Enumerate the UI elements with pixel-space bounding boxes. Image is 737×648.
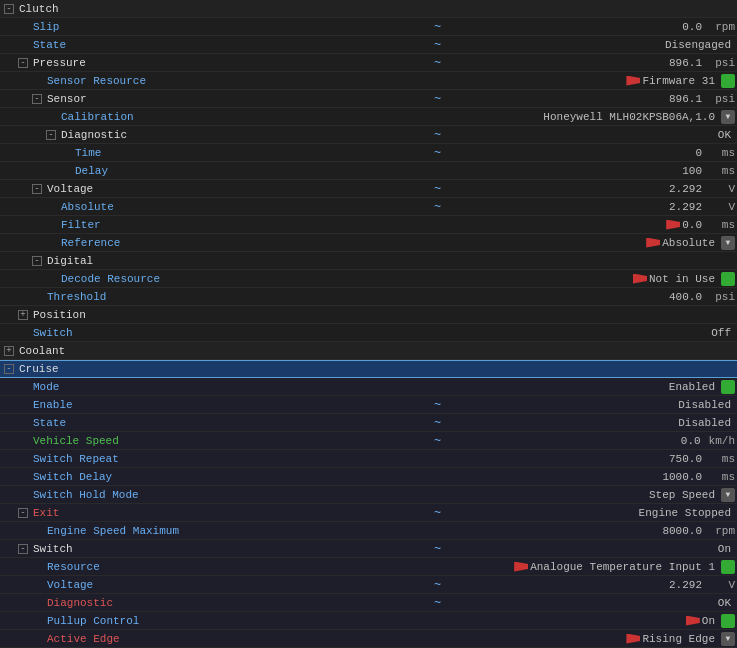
value-mode: Enabled — [669, 381, 715, 393]
label-voltage: Voltage — [47, 183, 93, 195]
tree-row-reference[interactable]: ReferenceAbsolute▼ — [0, 234, 737, 252]
tree-row-switch-delay[interactable]: Switch Delay1000.0ms — [0, 468, 737, 486]
dropdown-btn-switch-hold-mode[interactable]: ▼ — [721, 488, 735, 502]
left-cell-sensor: -Sensor — [0, 93, 430, 105]
left-cell-position: +Position — [0, 309, 430, 321]
flag-icon-pullup-control[interactable] — [686, 616, 700, 626]
tree-row-enable[interactable]: Enable~Disabled — [0, 396, 737, 414]
value-resource-cruise: Analogue Temperature Input 1 — [530, 561, 715, 573]
tree-row-time[interactable]: Time~0ms — [0, 144, 737, 162]
label-decode-resource: Decode Resource — [61, 273, 160, 285]
tree-row-threshold[interactable]: Threshold400.0psi — [0, 288, 737, 306]
right-cell-calibration: Honeywell MLH02KPSB06A,1.0▼ — [430, 110, 737, 124]
right-cell-decode-resource: Not in Use — [430, 272, 737, 286]
left-cell-state-cruise: State — [0, 417, 430, 429]
tree-row-voltage[interactable]: -Voltage~2.292V — [0, 180, 737, 198]
label-reference: Reference — [61, 237, 120, 249]
tree-row-state[interactable]: State~Disengaged — [0, 36, 737, 54]
tree-row-vehicle-speed[interactable]: Vehicle Speed~0.0km/h — [0, 432, 737, 450]
green-btn-pullup-control[interactable] — [721, 614, 735, 628]
value-diagnostic-cruise: OK — [718, 597, 731, 609]
tree-row-engine-speed-max[interactable]: Engine Speed Maximum8000.0rpm — [0, 522, 737, 540]
tree-row-decode-resource[interactable]: Decode ResourceNot in Use — [0, 270, 737, 288]
label-position: Position — [33, 309, 86, 321]
tree-row-slip[interactable]: Slip~0.0rpm — [0, 18, 737, 36]
tree-row-digital[interactable]: -Digital — [0, 252, 737, 270]
value-exit: Engine Stopped — [639, 507, 731, 519]
label-time: Time — [75, 147, 101, 159]
expand-icon-switch-cruise[interactable]: - — [18, 544, 28, 554]
tree-row-cruise[interactable]: -Cruise — [0, 360, 737, 378]
value-switch-clutch: Off — [711, 327, 731, 339]
tree-row-state-cruise[interactable]: State~Disabled — [0, 414, 737, 432]
right-cell-state-cruise: ~Disabled — [430, 417, 737, 429]
tree-row-switch-hold-mode[interactable]: Switch Hold ModeStep Speed▼ — [0, 486, 737, 504]
unit-filter: ms — [710, 219, 735, 231]
flag-icon-sensor-resource[interactable] — [626, 76, 640, 86]
right-cell-switch-repeat: 750.0ms — [430, 453, 737, 465]
tree-row-coolant[interactable]: +Coolant — [0, 342, 737, 360]
tree-row-sensor-resource[interactable]: Sensor ResourceFirmware 31 — [0, 72, 737, 90]
left-cell-switch-repeat: Switch Repeat — [0, 453, 430, 465]
label-mode: Mode — [33, 381, 59, 393]
value-threshold: 400.0 — [669, 291, 702, 303]
tree-row-pressure[interactable]: -Pressure~896.1psi — [0, 54, 737, 72]
tilde-icon-vehicle-speed: ~ — [434, 434, 441, 448]
dropdown-btn-calibration[interactable]: ▼ — [721, 110, 735, 124]
tree-row-delay[interactable]: Delay100ms — [0, 162, 737, 180]
tree-row-filter[interactable]: Filter0.0ms — [0, 216, 737, 234]
value-sensor-resource: Firmware 31 — [642, 75, 715, 87]
tree-row-diagnostic[interactable]: -Diagnostic~OK — [0, 126, 737, 144]
expand-icon-coolant[interactable]: + — [4, 346, 14, 356]
tree-row-diagnostic-cruise[interactable]: Diagnostic~OK — [0, 594, 737, 612]
flag-icon-resource-cruise[interactable] — [514, 562, 528, 572]
tree-row-position[interactable]: +Position — [0, 306, 737, 324]
value-diagnostic: OK — [718, 129, 731, 141]
right-cell-mode: Enabled — [430, 380, 737, 394]
flag-icon-decode-resource[interactable] — [633, 274, 647, 284]
green-btn-mode[interactable] — [721, 380, 735, 394]
tree-row-switch-repeat[interactable]: Switch Repeat750.0ms — [0, 450, 737, 468]
tree-row-switch-cruise[interactable]: -Switch~On — [0, 540, 737, 558]
flag-icon-reference[interactable] — [646, 238, 660, 248]
expand-icon-exit[interactable]: - — [18, 508, 28, 518]
expand-icon-position[interactable]: + — [18, 310, 28, 320]
dropdown-btn-active-edge[interactable]: ▼ — [721, 632, 735, 646]
tree-row-pullup-control[interactable]: Pullup ControlOn — [0, 612, 737, 630]
expand-icon-cruise[interactable]: - — [4, 364, 14, 374]
expand-icon-digital[interactable]: - — [32, 256, 42, 266]
unit-pressure: psi — [710, 57, 735, 69]
expand-icon-pressure[interactable]: - — [18, 58, 28, 68]
tree-row-resource-cruise[interactable]: ResourceAnalogue Temperature Input 1 — [0, 558, 737, 576]
label-switch-hold-mode: Switch Hold Mode — [33, 489, 139, 501]
green-btn-resource-cruise[interactable] — [721, 560, 735, 574]
green-btn-decode-resource[interactable] — [721, 272, 735, 286]
flag-icon-filter[interactable] — [666, 220, 680, 230]
tree-row-sensor[interactable]: -Sensor~896.1psi — [0, 90, 737, 108]
tree-row-switch-clutch[interactable]: SwitchOff — [0, 324, 737, 342]
right-cell-voltage: ~2.292V — [430, 183, 737, 195]
label-voltage-cruise: Voltage — [47, 579, 93, 591]
expand-icon-sensor[interactable]: - — [32, 94, 42, 104]
flag-icon-active-edge[interactable] — [626, 634, 640, 644]
tree-row-clutch[interactable]: -Clutch — [0, 0, 737, 18]
tree-row-calibration[interactable]: CalibrationHoneywell MLH02KPSB06A,1.0▼ — [0, 108, 737, 126]
expand-icon-voltage[interactable]: - — [32, 184, 42, 194]
tree-row-absolute[interactable]: Absolute~2.292V — [0, 198, 737, 216]
green-btn-sensor-resource[interactable] — [721, 74, 735, 88]
tree-row-active-edge[interactable]: Active EdgeRising Edge▼ — [0, 630, 737, 648]
tree-container[interactable]: -ClutchSlip~0.0rpmState~Disengaged-Press… — [0, 0, 737, 648]
tree-row-exit[interactable]: -Exit~Engine Stopped — [0, 504, 737, 522]
right-cell-vehicle-speed: ~0.0km/h — [430, 435, 737, 447]
tilde-icon-diagnostic: ~ — [434, 128, 441, 142]
dropdown-btn-reference[interactable]: ▼ — [721, 236, 735, 250]
label-resource-cruise: Resource — [47, 561, 100, 573]
tilde-icon-switch-cruise: ~ — [434, 542, 441, 556]
tree-row-mode[interactable]: ModeEnabled — [0, 378, 737, 396]
expand-icon-diagnostic[interactable]: - — [46, 130, 56, 140]
label-switch-clutch: Switch — [33, 327, 73, 339]
tilde-icon-state: ~ — [434, 38, 441, 52]
value-enable: Disabled — [678, 399, 731, 411]
expand-icon-clutch[interactable]: - — [4, 4, 14, 14]
tree-row-voltage-cruise[interactable]: Voltage~2.292V — [0, 576, 737, 594]
